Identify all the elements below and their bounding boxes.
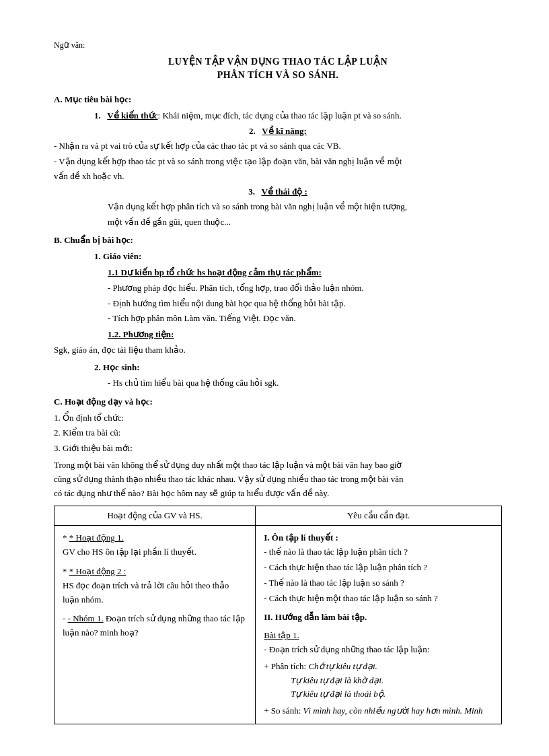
section1-block: I. Ôn tập lí thuyết : - thế nào là thao … xyxy=(264,531,493,605)
intro-line3: có tác dụng như thế nào? Bài học hôm nay… xyxy=(54,488,329,498)
section1-item1: - thế nào là thao tác lập luận phân tích… xyxy=(264,545,493,559)
nhom1-label: - - Nhóm 1. Đoạn trích sử dụng những tha… xyxy=(63,613,245,638)
sosanh-text: Vì mình hay, còn nhiều người hay hơn mìn… xyxy=(301,706,482,716)
teacher-sub2-underline: 1.2. Phương tiện: xyxy=(108,328,502,341)
table-cell-left: * * Hoạt động 1. GV cho HS ôn tập lại ph… xyxy=(54,526,256,724)
phantich-italic-lines: Tự kiêu tự đại là khờ dại. Tự kiêu tự đạ… xyxy=(291,674,493,702)
section1-item2: - Cách thực hiện thao tác lập luận phân … xyxy=(264,561,493,575)
section-c-item1: 1. Ổn định tổ chức: xyxy=(54,411,502,425)
lesson-table: Hoạt động của GV và HS. Yêu cầu cần đạt.… xyxy=(54,506,502,724)
subject-label: Ngữ văn: xyxy=(54,40,502,50)
section-c-heading: C. Hoạt động dạy và học: xyxy=(54,397,502,407)
section-a-item3-text1: Vận dụng kết hợp phân tích và so sánh tr… xyxy=(108,200,502,213)
item3-num: 3. xyxy=(248,186,261,197)
phantich-line2: Tự kiêu tự đại là khờ dại. xyxy=(291,674,493,688)
activity2-block: * * Hoạt động 2 : HS đọc đoạn trích và t… xyxy=(63,565,247,607)
intro-line1: Trong một bài văn không thể sử dụng duy … xyxy=(54,460,402,470)
section-a-item2-line2: - Vận dụng kết hợp thao tác pt và so sán… xyxy=(54,155,502,168)
baitap1-label: Bài tập 1. xyxy=(264,630,299,640)
section1-item3: - Thế nào là thao tác lập luận so sánh ? xyxy=(264,576,493,590)
section1-item4: - Cách thực hiện một thao tác lập luận s… xyxy=(264,592,493,606)
baitap1-intro: - Đoạn trích sử dụng những thao tác lập … xyxy=(264,643,493,657)
section-c-item2: 2. Kiểm tra bài cũ: xyxy=(54,426,502,440)
section1-heading: I. Ôn tập lí thuyết : xyxy=(264,531,493,545)
student-label: 2. Học sinh: xyxy=(94,361,502,374)
phantich-label: + Phân tích: xyxy=(264,661,306,671)
section-a-item2-line3: vấn đề xh hoặc vh. xyxy=(54,170,502,183)
teacher-sub1-line3: - Tích hợp phân môn Làm văn. Tiếng Việt.… xyxy=(108,312,502,325)
item1-bold: Về kiến thức xyxy=(107,110,157,121)
section-a-item2-line1: - Nhận ra và pt vai trò của sự kết hợp c… xyxy=(54,139,502,153)
teacher-label: 1. Giáo viên: xyxy=(94,250,502,263)
section-a-item2-heading: 2. Về kĩ năng: xyxy=(54,125,502,138)
section2-heading: II. Hướng dẫn làm bài tập. xyxy=(264,611,493,625)
main-title-line2: PHÂN TÍCH VÀ SO SÁNH. xyxy=(54,70,502,81)
main-title-line1: LUYỆN TẬP VẬN DỤNG THAO TÁC LẬP LUẬN xyxy=(54,56,502,67)
activity2-text: HS đọc đoạn trích và trả lời câu hỏi the… xyxy=(63,579,247,607)
activity2-label: * * Hoạt động 2 : xyxy=(63,565,247,579)
section-a-item3-text2: một vấn đề gần gũi, quen thuộc... xyxy=(108,215,502,229)
page: Ngữ văn: LUYỆN TẬP VẬN DỤNG THAO TÁC LẬP… xyxy=(0,0,549,756)
activity1-label: * * Hoạt động 1. xyxy=(63,531,247,545)
teacher-sub1-line2: - Định hướng tìm hiểu nội dung bài học q… xyxy=(108,297,502,310)
phantich-italic1: Chớ tự kiêu tự đại. xyxy=(308,661,377,671)
table-header-right: Yêu cầu cần đạt. xyxy=(256,506,502,526)
nhom1-block: - - Nhóm 1. Đoạn trích sử dụng những tha… xyxy=(63,612,247,640)
section2-block: II. Hướng dẫn làm bài tập. Bài tập 1. - … xyxy=(264,611,493,718)
table-row: * * Hoạt động 1. GV cho HS ôn tập lại ph… xyxy=(54,526,502,724)
item1-label: 1. xyxy=(94,110,107,121)
item2-num: 2. xyxy=(249,126,262,136)
activity1-block: * * Hoạt động 1. GV cho HS ôn tập lại ph… xyxy=(63,531,247,559)
baitap1-block: Bài tập 1. xyxy=(264,629,493,643)
phantich-block: + Phân tích: Chớ tự kiêu tự đại. xyxy=(264,660,493,674)
teacher-sub2-text: Sgk, giáo án, đọc tài liệu tham khảo. xyxy=(54,343,502,357)
section-b-heading: B. Chuẩn bị bài học: xyxy=(54,235,502,246)
teacher-sub1-line1: - Phương pháp đọc hiểu. Phân tích, tổng … xyxy=(108,281,502,295)
section-a-item1: 1. Về kiến thức: Khái niệm, mục đích, tá… xyxy=(94,109,502,123)
section-a-item3-heading: 3. Về thái độ : xyxy=(54,185,502,199)
section-a-heading: A. Mục tiêu bài học: xyxy=(54,94,502,105)
table-cell-right: I. Ôn tập lí thuyết : - thế nào là thao … xyxy=(256,526,502,724)
student-text: - Hs chủ tìm hiểu bài qua hệ thống câu h… xyxy=(108,376,502,390)
activity1-text: GV cho HS ôn tập lại phần lí thuyết. xyxy=(63,545,247,559)
intro-line2: cũng sử dụng thành thạo nhiều thao tác k… xyxy=(54,474,403,484)
table-header-left: Hoạt động của GV và HS. xyxy=(54,506,256,526)
phantich-line3: Tự kiêu tự đại là thoái bộ. xyxy=(291,687,493,701)
item1-text: : Khái niệm, mục đích, tác dụng của thao… xyxy=(158,110,402,121)
intro-paragraph: Trong một bài văn không thể sử dụng duy … xyxy=(54,458,502,500)
teacher-sub1-underline: 1.1 Dự kiến bp tổ chức hs hoạt động cảm … xyxy=(108,266,502,279)
sosanh-block: + So sánh: Vì mình hay, còn nhiều người … xyxy=(264,704,493,718)
item2-bold: Về kĩ năng: xyxy=(262,126,307,136)
section-c-item3: 3. Giới thiệu bài mới: xyxy=(54,442,502,455)
sosanh-label: + So sánh: xyxy=(264,706,301,716)
item3-bold: Về thái độ : xyxy=(261,186,307,197)
